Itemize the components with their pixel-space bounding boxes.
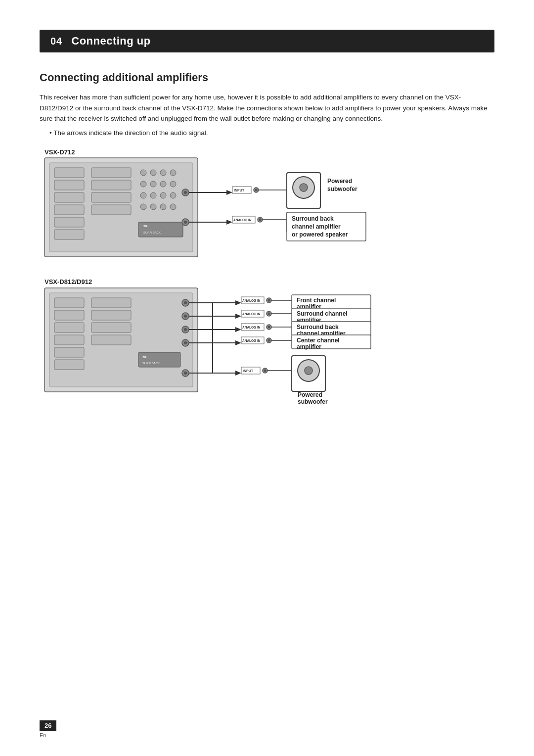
svg-marker-48 <box>226 220 232 225</box>
chapter-header: 04 Connecting up <box>40 30 494 52</box>
svg-rect-71 <box>91 310 131 320</box>
svg-text:INPUT: INPUT <box>234 189 245 192</box>
svg-rect-65 <box>54 310 84 320</box>
svg-text:ANALOG IN: ANALOG IN <box>242 312 261 316</box>
svg-point-18 <box>160 181 166 187</box>
svg-point-77 <box>184 315 187 318</box>
svg-rect-11 <box>91 205 131 215</box>
svg-text:SURR BACK: SURR BACK <box>143 231 161 234</box>
svg-text:ANALOG IN: ANALOG IN <box>242 339 261 342</box>
svg-rect-70 <box>91 298 131 308</box>
svg-point-27 <box>170 204 176 210</box>
svg-point-19 <box>170 181 176 187</box>
svg-text:SB: SB <box>143 225 148 228</box>
svg-rect-6 <box>54 217 84 227</box>
svg-point-32 <box>184 191 187 194</box>
svg-rect-73 <box>91 335 131 345</box>
svg-text:SB: SB <box>142 356 147 359</box>
diagrams-container: VSX-D712 <box>40 145 494 521</box>
svg-point-116 <box>268 326 270 328</box>
vsxd812-label: VSX-D812/D912 <box>44 278 92 285</box>
svg-text:subwoofer: subwoofer <box>298 398 328 405</box>
svg-text:Surround back: Surround back <box>297 324 339 331</box>
page-number-block: 26 En <box>40 720 56 738</box>
svg-rect-4 <box>54 192 84 202</box>
svg-marker-36 <box>226 190 232 195</box>
svg-marker-101 <box>235 314 241 319</box>
svg-point-17 <box>150 181 156 187</box>
svg-text:ANALOG IN: ANALOG IN <box>242 299 261 302</box>
page: 04 Connecting up Connecting additional a… <box>0 0 534 756</box>
svg-point-81 <box>184 341 187 344</box>
svg-text:channel amplifier: channel amplifier <box>292 223 341 230</box>
svg-text:subwoofer: subwoofer <box>327 186 357 192</box>
svg-point-94 <box>268 299 270 301</box>
diagrams-svg: VSX-D712 <box>40 145 494 521</box>
svg-point-138 <box>264 369 267 372</box>
svg-rect-5 <box>54 205 84 215</box>
svg-point-23 <box>170 192 176 198</box>
chapter-title: Connecting up <box>71 35 150 47</box>
svg-rect-69 <box>54 360 84 370</box>
svg-point-44 <box>300 184 308 191</box>
bullet-text: • The arrows indicate the direction of t… <box>49 129 494 137</box>
svg-rect-8 <box>91 168 131 178</box>
svg-rect-66 <box>54 323 84 332</box>
svg-point-14 <box>160 170 166 176</box>
svg-text:Surround channel: Surround channel <box>297 310 348 317</box>
svg-marker-134 <box>235 371 241 376</box>
svg-point-13 <box>150 170 156 176</box>
svg-point-12 <box>140 170 146 176</box>
svg-marker-90 <box>235 300 241 305</box>
svg-point-127 <box>268 339 270 341</box>
svg-rect-72 <box>91 323 131 332</box>
page-lang: En <box>40 732 46 738</box>
svg-point-22 <box>160 192 166 198</box>
svg-point-105 <box>268 312 270 315</box>
section-heading: Connecting additional amplifiers <box>40 71 494 84</box>
svg-point-24 <box>140 204 146 210</box>
svg-point-20 <box>140 192 146 198</box>
svg-marker-112 <box>235 327 241 332</box>
svg-point-16 <box>140 181 146 187</box>
svg-text:ANALOG IN: ANALOG IN <box>242 326 261 329</box>
svg-rect-9 <box>91 180 131 190</box>
svg-rect-7 <box>54 230 84 239</box>
svg-rect-64 <box>54 298 84 308</box>
svg-marker-123 <box>235 340 241 345</box>
svg-point-75 <box>184 301 187 304</box>
svg-point-25 <box>150 204 156 210</box>
chapter-number: 04 <box>50 36 62 47</box>
svg-rect-2 <box>54 168 84 178</box>
svg-rect-84 <box>138 352 180 367</box>
svg-point-15 <box>170 170 176 176</box>
svg-text:Powered: Powered <box>327 178 352 185</box>
svg-text:Front channel: Front channel <box>297 297 336 304</box>
svg-point-21 <box>150 192 156 198</box>
svg-text:Center channel: Center channel <box>297 337 340 344</box>
body-text-main: This receiver has more than sufficient p… <box>40 92 494 124</box>
svg-text:INPUT: INPUT <box>243 369 254 373</box>
svg-point-40 <box>255 189 258 191</box>
svg-rect-10 <box>91 192 131 202</box>
svg-point-26 <box>160 204 166 210</box>
svg-text:ANALOG IN: ANALOG IN <box>233 218 252 222</box>
page-number: 26 <box>40 720 56 731</box>
vsx712-label: VSX-D712 <box>44 148 75 156</box>
svg-point-34 <box>184 221 187 224</box>
svg-rect-67 <box>54 335 84 345</box>
svg-rect-68 <box>54 347 84 357</box>
svg-text:SURR BACK: SURR BACK <box>142 362 160 365</box>
svg-text:Surround back: Surround back <box>292 215 334 222</box>
svg-point-83 <box>184 372 187 375</box>
svg-point-52 <box>259 218 262 221</box>
svg-point-142 <box>305 367 312 375</box>
svg-rect-3 <box>54 180 84 190</box>
svg-text:or powered speaker: or powered speaker <box>292 231 348 238</box>
svg-point-79 <box>184 328 187 331</box>
svg-text:Powered: Powered <box>298 391 322 398</box>
svg-text:amplifier: amplifier <box>297 343 321 350</box>
